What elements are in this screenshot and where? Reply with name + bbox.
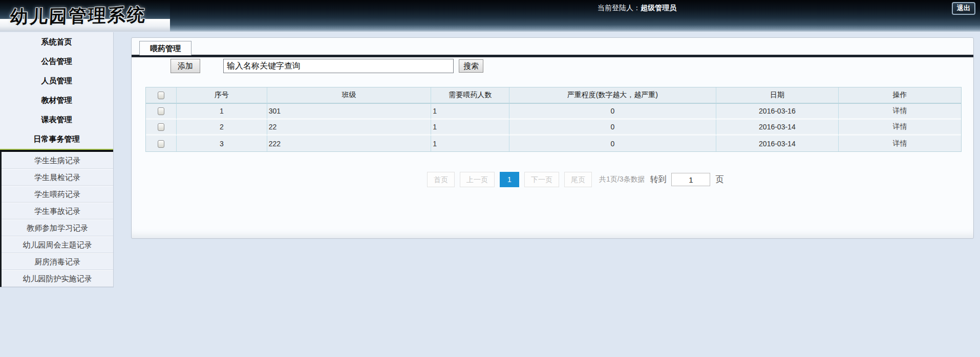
last-page-button[interactable]: 尾页 [564,172,592,187]
prev-page-button[interactable]: 上一页 [460,172,495,187]
table-row: 2 22 1 0 2016-03-14 详情 [146,120,961,136]
search-input[interactable] [223,59,454,73]
add-button[interactable]: 添加 [171,59,200,73]
row-checkbox[interactable] [158,123,164,131]
sidebar-item-materials[interactable]: 教材管理 [0,91,113,110]
search-button[interactable]: 搜索 [459,59,483,73]
sidebar-subitem-weekly-meeting[interactable]: 幼儿园周会主题记录 [2,236,113,253]
medication-table: 序号 班级 需要喂药人数 严重程度(数字越大，越严重) 日期 操作 1 301 … [145,87,962,152]
cell-date: 2016-03-14 [716,120,839,136]
sidebar-item-announcements[interactable]: 公告管理 [0,52,113,71]
sidebar-item-schedule[interactable]: 课表管理 [0,110,113,129]
cell-severity: 0 [509,136,716,151]
pagination-summary: 共1页/3条数据 [599,175,645,184]
col-severity: 严重程度(数字越大，越严重) [509,87,716,104]
sidebar-item-home[interactable]: 系统首页 [0,32,113,52]
login-user: 超级管理员 [641,4,676,12]
sidebar-subitem-protection-implementation[interactable]: 幼儿园防护实施记录 [2,270,113,287]
detail-link[interactable]: 详情 [893,139,907,147]
sidebar-subitem-teacher-training[interactable]: 教师参加学习记录 [2,219,113,236]
content-panel: 喂药管理 添加 搜索 序号 班级 需要喂药人数 严重程度(数字越大，越严重) 日… [131,37,974,239]
pagination: 首页 上一页 1 下一页 尾页 共1页/3条数据 转到 页 [427,172,723,187]
col-count: 需要喂药人数 [431,87,509,104]
cell-count: 1 [431,104,509,120]
sidebar-submenu: 学生生病记录 学生晨检记录 学生喂药记录 学生事故记录 教师参加学习记录 幼儿园… [0,152,113,287]
goto-label: 转到 [650,174,666,185]
table-row: 3 222 1 0 2016-03-14 详情 [146,136,961,151]
topbar-gradient [170,0,980,32]
sidebar-subitem-morning-check[interactable]: 学生晨检记录 [2,169,113,186]
cell-severity: 0 [509,120,716,136]
cell-count: 1 [431,120,509,136]
cell-index: 2 [177,120,267,136]
sidebar-item-daily-affairs[interactable]: 日常事务管理 [0,129,113,149]
sidebar-subitem-student-illness[interactable]: 学生生病记录 [2,152,113,169]
tab-underline [132,55,973,57]
cell-class: 22 [267,120,432,136]
cell-date: 2016-03-16 [716,104,839,120]
select-all-checkbox[interactable] [158,92,164,99]
first-page-button[interactable]: 首页 [427,172,455,187]
table-row: 1 301 1 0 2016-03-16 详情 [146,104,961,120]
detail-link[interactable]: 详情 [893,122,907,130]
login-label: 当前登陆人： [598,4,641,12]
app-logo: 幼儿园管理系统 [10,3,147,30]
col-index: 序号 [177,87,267,104]
page-unit-label: 页 [715,174,723,185]
cell-index: 3 [177,136,267,151]
detail-link[interactable]: 详情 [893,106,907,115]
cell-class: 222 [267,136,432,151]
col-class: 班级 [267,87,432,104]
next-page-button[interactable]: 下一页 [524,172,559,187]
cell-count: 1 [431,136,509,151]
sidebar-subitem-medication[interactable]: 学生喂药记录 [2,186,113,203]
top-bar: 幼儿园管理系统 当前登陆人：超级管理员 退出 [0,0,980,32]
sidebar-item-personnel[interactable]: 人员管理 [0,71,113,91]
cell-class: 301 [267,104,432,120]
cell-index: 1 [177,104,267,120]
goto-page-input[interactable] [671,173,710,186]
row-checkbox[interactable] [158,107,164,115]
cell-date: 2016-03-14 [716,136,839,151]
sidebar-subitem-accidents[interactable]: 学生事故记录 [2,203,113,219]
sidebar: 系统首页 公告管理 人员管理 教材管理 课表管理 日常事务管理 学生生病记录 学… [0,32,114,287]
current-login-info: 当前登陆人：超级管理员 [598,4,676,13]
col-action: 操作 [839,87,961,104]
sidebar-subitem-kitchen-disinfection[interactable]: 厨房消毒记录 [2,253,113,270]
current-page-button[interactable]: 1 [500,172,519,187]
select-all-header [146,87,177,104]
cell-severity: 0 [509,104,716,120]
tab-medication-management[interactable]: 喂药管理 [139,41,191,55]
col-date: 日期 [716,87,839,104]
row-checkbox[interactable] [158,140,164,148]
logout-button[interactable]: 退出 [952,2,975,15]
table-header-row: 序号 班级 需要喂药人数 严重程度(数字越大，越严重) 日期 操作 [146,87,961,104]
